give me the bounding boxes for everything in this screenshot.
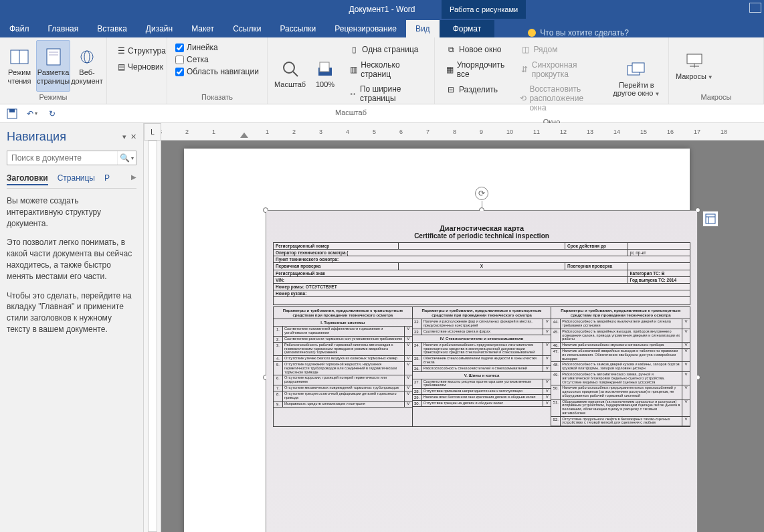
macros-button[interactable]: Макросы▼ (673, 40, 716, 92)
svg-line-8 (293, 72, 298, 76)
layout-options-button[interactable] (702, 211, 719, 227)
svg-rect-16 (706, 214, 715, 224)
ruler-corner[interactable]: L (144, 123, 161, 141)
undo-button[interactable]: ↶▾ (25, 107, 39, 120)
draft-button[interactable]: ▤Черновик (115, 60, 159, 74)
web-layout-button[interactable]: Веб-документ (72, 40, 102, 92)
zoom-100-icon (315, 59, 335, 79)
split-icon: ⊟ (446, 84, 456, 95)
menu-references[interactable]: Ссылки (223, 20, 270, 37)
one-page-icon: ▯ (349, 44, 359, 55)
macros-icon (684, 51, 704, 71)
menu-view[interactable]: Вид (406, 20, 440, 37)
outline-button[interactable]: ☰Структура (115, 44, 159, 58)
page-width-button[interactable]: ↔По ширине страницы (346, 83, 426, 104)
undo-icon: ↶ (27, 109, 33, 118)
ribbon-options-icon[interactable] (749, 3, 761, 13)
svg-rect-12 (632, 63, 644, 72)
one-page-button[interactable]: ▯Одна страница (346, 43, 426, 56)
switch-window-button[interactable]: Перейти в другое окно▼ (609, 40, 664, 116)
outline-icon: ☰ (118, 46, 125, 56)
zoom-icon (280, 59, 300, 79)
vertical-ruler[interactable] (144, 141, 161, 532)
nav-tab-pages[interactable]: Страницы (58, 172, 95, 185)
reset-pos-button: ⟲Восстановить расположение окна (517, 83, 604, 114)
new-window-icon: ⧉ (446, 44, 456, 55)
page-width-icon: ↔ (349, 88, 357, 99)
side-icon: ◫ (520, 44, 531, 55)
menu-design[interactable]: Дизайн (136, 20, 182, 37)
nav-tab-results[interactable]: Р (104, 172, 110, 185)
picture-tools-tab: Работа с рисунками (442, 0, 526, 19)
app-title: Документ1 - Word (349, 5, 415, 14)
print-layout-button[interactable]: Разметка страницы (36, 40, 70, 92)
gridlines-checkbox[interactable]: Сетка (175, 55, 259, 64)
svg-point-6 (84, 51, 90, 63)
svg-rect-10 (320, 62, 329, 72)
menu-insert[interactable]: Вставка (88, 20, 136, 37)
document-page: ⟳ Диагностическая карта Certificate of p… (184, 149, 690, 532)
read-mode-button[interactable]: Режим чтения (4, 40, 35, 92)
menu-home[interactable]: Главная (39, 20, 88, 37)
show-group-label: Показать (171, 92, 263, 101)
rotate-handle[interactable]: ⟳ (475, 187, 488, 200)
menu-file[interactable]: Файл (0, 20, 39, 37)
menu-layout[interactable]: Макет (182, 20, 223, 37)
reset-icon: ⟲ (520, 93, 527, 104)
save-button[interactable] (5, 107, 19, 120)
nav-close-icon[interactable]: ✕ (130, 132, 136, 141)
nav-tab-headings[interactable]: Заголовки (7, 172, 48, 185)
redo-button[interactable]: ↻ (45, 107, 59, 120)
new-window-button[interactable]: ⧉Новое окно (443, 43, 509, 56)
draft-icon: ▤ (118, 62, 125, 72)
nav-search-input[interactable] (7, 151, 117, 165)
save-icon (7, 108, 17, 119)
menu-mailings[interactable]: Рассылки (270, 20, 325, 37)
arrange-icon: ▦ (446, 64, 454, 75)
indent-marker[interactable] (240, 132, 248, 138)
nav-body-text: Вы можете создать интерактивную структур… (7, 195, 136, 343)
nav-search[interactable]: 🔍▾ (7, 151, 136, 165)
zoom-100-button[interactable]: 100% (310, 40, 341, 107)
sync-scroll-button: ⇵Синхронная прокрутка (517, 59, 604, 80)
nav-pane-title: Навигация (7, 130, 66, 144)
svg-rect-13 (687, 54, 702, 64)
zoom-group-label: Масштаб (272, 107, 430, 116)
read-mode-icon (9, 47, 29, 67)
switch-window-icon (626, 60, 646, 80)
nav-dropdown-icon[interactable]: ▾ (122, 132, 126, 141)
multi-page-button[interactable]: ▥Несколько страниц (346, 59, 426, 80)
scanned-document-image: Диагностическая карта Certificate of per… (266, 211, 697, 532)
menu-format[interactable]: Формат (440, 20, 495, 37)
macros-group-label: Макросы (673, 92, 759, 101)
search-icon[interactable]: 🔍▾ (117, 151, 136, 165)
nav-tab-scroll[interactable]: ▶ (131, 172, 136, 185)
sync-icon: ⇵ (520, 64, 529, 75)
svg-rect-2 (47, 49, 60, 65)
split-button[interactable]: ⊟Разделить (443, 83, 509, 96)
image-selection[interactable]: ⟳ Диагностическая карта Certificate of p… (266, 210, 698, 532)
side-by-side-button: ◫Рядом (517, 43, 604, 56)
svg-point-5 (81, 51, 93, 63)
zoom-button[interactable]: Масштаб (272, 40, 308, 107)
print-layout-icon (43, 47, 64, 67)
bulb-icon (528, 29, 536, 37)
tell-me[interactable]: Что вы хотите сделать? (528, 28, 629, 37)
horizontal-ruler[interactable]: 321123456789101112131415161718 (161, 123, 764, 141)
multi-page-icon: ▥ (349, 64, 358, 75)
svg-point-7 (284, 62, 294, 73)
nav-pane-checkbox[interactable]: Область навигации (175, 67, 259, 76)
svg-rect-15 (9, 109, 15, 112)
modes-group-label: Режимы (4, 92, 102, 101)
ruler-checkbox[interactable]: Линейка (175, 43, 259, 52)
web-layout-icon (77, 47, 97, 67)
menu-review[interactable]: Рецензирование (325, 20, 406, 37)
arrange-all-button[interactable]: ▦Упорядочить все (443, 59, 509, 80)
redo-icon: ↻ (49, 109, 56, 118)
